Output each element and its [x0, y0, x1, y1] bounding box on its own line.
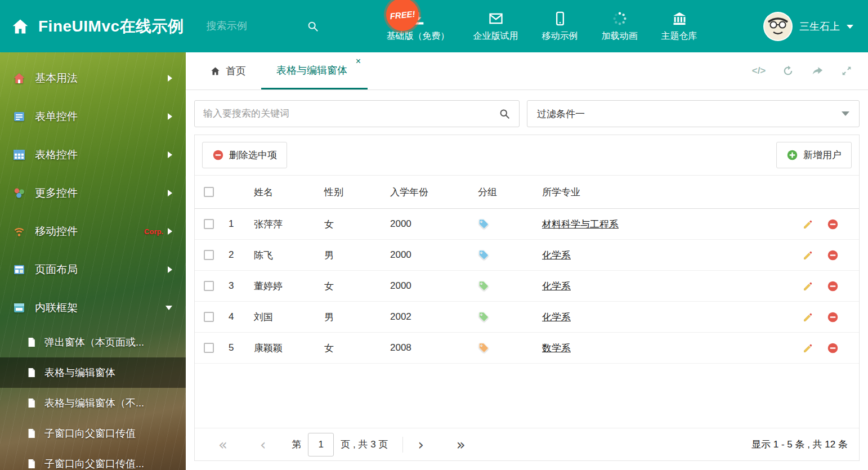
share-icon[interactable]	[811, 64, 824, 78]
sidebar-item-label: 移动控件	[35, 224, 142, 239]
main-content: 首页 表格与编辑窗体 × </>	[186, 52, 868, 470]
major-link[interactable]: 化学系	[542, 280, 571, 293]
record-summary: 显示 1 - 5 条 , 共 12 条	[751, 438, 850, 451]
home-icon	[11, 17, 29, 35]
chevron-right-icon	[168, 228, 172, 235]
sidebar-subitem-child-to-parent-alt[interactable]: 子窗口向父窗口传值...	[0, 449, 186, 470]
keyword-search	[194, 100, 520, 127]
major-link[interactable]: 化学系	[542, 249, 571, 262]
nav-item-mobile-demo[interactable]: 移动示例	[530, 11, 590, 42]
sidebar-subitem-popup-window[interactable]: 弹出窗体（本页面或...	[0, 327, 186, 357]
page-number-input[interactable]	[308, 433, 334, 456]
nav-item-loading-animation[interactable]: 加载动画	[590, 11, 650, 42]
nav-item-enterprise-trial[interactable]: 企业版试用	[462, 11, 530, 42]
layout-icon	[12, 263, 26, 276]
file-icon	[26, 367, 37, 378]
edit-icon[interactable]	[802, 249, 814, 261]
major-link[interactable]: 数学系	[542, 342, 571, 355]
cell-name: 董婷婷	[254, 271, 324, 301]
sidebar-item-label: 表单控件	[35, 109, 168, 124]
nav-item-theme-repo[interactable]: 主题仓库	[650, 11, 709, 42]
table-row: 4 刘国 男 2002 化学系	[195, 302, 859, 333]
user-menu[interactable]: 三生石上	[763, 12, 868, 41]
sidebar-subitem-grid-edit-window[interactable]: 表格与编辑窗体	[0, 357, 186, 388]
edit-icon[interactable]	[802, 342, 814, 354]
last-page-button[interactable]: »	[457, 437, 466, 452]
row-number: 2	[229, 240, 254, 270]
app-title: FineUIMvc在线示例	[38, 16, 184, 37]
table-row: 5 康颖颖 女 2008 数学系	[195, 333, 859, 364]
sidebar-item-mobile-controls[interactable]: 移动控件 Corp.	[0, 212, 186, 250]
sidebar-item-page-layout[interactable]: 页面布局	[0, 250, 186, 289]
edit-icon[interactable]	[802, 280, 814, 292]
delete-icon[interactable]	[827, 342, 839, 354]
search-icon[interactable]	[307, 20, 319, 33]
column-actions	[780, 176, 859, 208]
tag-icon	[478, 342, 489, 353]
brand[interactable]: FineUIMvc在线示例	[0, 16, 184, 37]
minus-circle-icon	[212, 149, 224, 161]
cell-gender: 男	[324, 240, 390, 270]
sidebar-subitem-child-to-parent[interactable]: 子窗口向父窗口传值	[0, 418, 186, 449]
select-all-checkbox[interactable]	[204, 187, 214, 197]
table-row: 3 董婷婷 女 2000 化学系	[195, 271, 859, 302]
nav-item-label: 主题仓库	[661, 30, 697, 42]
sidebar-item-label: 表格控件	[35, 147, 168, 162]
add-user-button[interactable]: 新增用户	[776, 142, 852, 168]
keyword-search-input[interactable]	[203, 108, 499, 119]
chevron-down-icon	[842, 111, 849, 116]
sidebar-item-grid-controls[interactable]: 表格控件	[0, 136, 186, 174]
edit-icon[interactable]	[802, 218, 814, 230]
sidebar-item-form-controls[interactable]: 表单控件	[0, 97, 186, 136]
chevron-right-icon	[168, 75, 172, 82]
filter-select[interactable]: 过滤条件一	[527, 100, 860, 127]
cell-gender: 男	[324, 302, 390, 332]
major-link[interactable]: 化学系	[542, 311, 571, 324]
tab-tools: </>	[752, 52, 868, 89]
delete-icon[interactable]	[827, 218, 839, 230]
row-checkbox[interactable]	[204, 281, 214, 291]
row-checkbox[interactable]	[204, 250, 214, 260]
major-link[interactable]: 材料科学与工程系	[542, 218, 619, 231]
delete-icon[interactable]	[827, 280, 839, 292]
sidebar-item-inline-frame[interactable]: 内联框架	[0, 289, 186, 327]
tab-home[interactable]: 首页	[195, 52, 261, 89]
expand-icon[interactable]	[840, 64, 853, 78]
row-checkbox[interactable]	[204, 219, 214, 229]
close-icon[interactable]: ×	[356, 57, 361, 66]
corp-badge: Corp.	[144, 227, 163, 236]
row-checkbox[interactable]	[204, 343, 214, 353]
row-checkbox[interactable]	[204, 312, 214, 322]
content-body: 过滤条件一 删除选中项	[186, 90, 868, 470]
app-header: FineUIMvc在线示例 FREE! 基础版（免费） 企业版试用	[0, 0, 868, 52]
nav-item-label: 加载动画	[602, 30, 638, 42]
sidebar-subitem-label: 子窗口向父窗口传值	[44, 427, 136, 440]
source-code-icon[interactable]: </>	[752, 64, 766, 78]
row-number: 5	[229, 333, 254, 363]
table-icon	[12, 148, 26, 162]
grid-toolbar: 删除选中项 新增用户	[195, 135, 859, 175]
edit-icon[interactable]	[802, 311, 814, 323]
header-search-input[interactable]	[207, 20, 307, 32]
first-page-button[interactable]: «	[218, 437, 227, 452]
sidebar-item-more-controls[interactable]: 更多控件	[0, 174, 186, 212]
mail-icon	[488, 11, 504, 26]
mobile-icon	[552, 11, 568, 26]
search-icon[interactable]	[499, 108, 511, 120]
user-name: 三生石上	[799, 20, 840, 33]
delete-icon[interactable]	[827, 311, 839, 323]
file-icon	[26, 458, 37, 469]
chevron-down-icon	[847, 25, 853, 29]
sidebar-item-basic-usage[interactable]: 基本用法	[0, 59, 186, 97]
cell-year: 2000	[390, 209, 478, 239]
prev-page-button[interactable]: ‹	[260, 437, 266, 452]
delete-selected-button[interactable]: 删除选中项	[202, 142, 287, 168]
delete-icon[interactable]	[827, 249, 839, 261]
refresh-icon[interactable]	[781, 64, 795, 78]
row-number: 3	[229, 271, 254, 301]
tag-icon	[478, 218, 489, 230]
home-icon	[12, 71, 26, 85]
tab-grid-edit-window[interactable]: 表格与编辑窗体 ×	[261, 52, 368, 89]
sidebar-subitem-grid-edit-window-alt[interactable]: 表格与编辑窗体（不...	[0, 388, 186, 418]
next-page-button[interactable]: ›	[418, 437, 423, 452]
